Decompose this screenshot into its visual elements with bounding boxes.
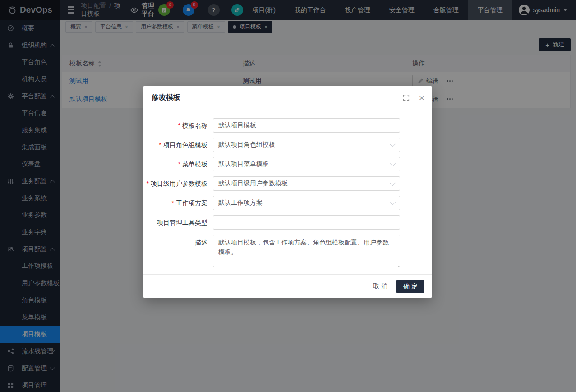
form-row-description: 描述 默认项目模板，包含工作项方案、角色组模板配置、用户参数模板。: [143, 235, 432, 269]
modal-form: *模板名称 *项目角色组模板 默认项目角色组模板 *菜单模板 默认项目菜单模板 …: [143, 110, 432, 269]
form-row-user-param-template: *项目级用户参数模板 默认项目级用户参数模板: [143, 176, 432, 191]
fullscreen-icon[interactable]: [403, 94, 410, 101]
template-name-input[interactable]: [213, 118, 400, 133]
form-row-pm-tool-type: 项目管理工具类型: [143, 215, 432, 230]
modal-header: 修改模板 ×: [143, 86, 432, 110]
form-row-workitem-scheme: *工作项方案 默认工作项方案: [143, 196, 432, 210]
required-mark: *: [178, 161, 180, 168]
form-row-role-group-template: *项目角色组模板 默认项目角色组模板: [143, 138, 432, 152]
required-mark: *: [178, 122, 180, 129]
edit-template-modal: 修改模板 × *模板名称 *项目角色组模板 默认项目角色组模板 *菜单模板 默认…: [143, 86, 432, 298]
app-window: DevOps 项目配置/项目模板 管理平台 3 0 ?: [0, 0, 576, 392]
modal-title: 修改模板: [152, 93, 180, 102]
pm-tool-type-input[interactable]: [213, 215, 400, 230]
required-mark: *: [172, 199, 174, 207]
required-mark: *: [159, 141, 161, 148]
required-mark: *: [147, 180, 149, 187]
cancel-button[interactable]: 取 消: [373, 282, 387, 291]
role-group-template-select[interactable]: 默认项目角色组模板: [213, 138, 400, 152]
workitem-scheme-select[interactable]: 默认工作项方案: [213, 196, 400, 210]
description-textarea[interactable]: 默认项目模板，包含工作项方案、角色组模板配置、用户参数模板。: [213, 235, 400, 267]
confirm-button[interactable]: 确 定: [396, 280, 424, 293]
close-icon[interactable]: ×: [419, 93, 424, 102]
menu-template-select[interactable]: 默认项目菜单模板: [213, 157, 400, 171]
user-param-template-select[interactable]: 默认项目级用户参数模板: [213, 176, 400, 191]
form-row-menu-template: *菜单模板 默认项目菜单模板: [143, 157, 432, 171]
form-row-template-name: *模板名称: [143, 118, 432, 133]
modal-footer: 取 消 确 定: [143, 274, 432, 298]
